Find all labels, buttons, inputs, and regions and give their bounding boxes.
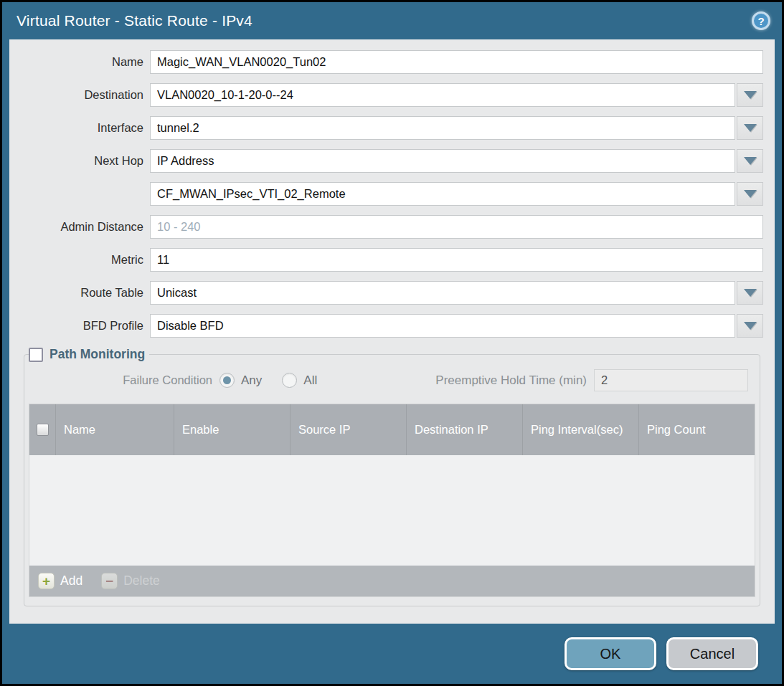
next-hop-type-dropdown-button[interactable] [737,149,763,173]
table-header-source-ip: Source IP [290,404,406,455]
route-table-input[interactable] [150,281,735,305]
destination-label: Destination [9,88,150,102]
failure-condition-all-label: All [303,373,317,388]
table-header-destination-ip: Destination IP [406,404,522,455]
interface-input[interactable] [150,116,735,140]
radio-unselected-icon [282,373,297,388]
delete-button-label: Delete [123,573,160,589]
dialog-titlebar: Virtual Router - Static Route - IPv4 ? [2,2,782,39]
failure-condition-all-radio[interactable]: All [282,373,317,388]
dialog-content: Name Destination Interface Next Hop [9,39,775,624]
cancel-button[interactable]: Cancel [666,637,758,670]
table-header-row: Name Enable Source IP Destination IP Pin… [29,404,755,455]
form-row-metric: Metric [9,248,763,272]
table-header-enable: Enable [174,404,290,455]
help-icon[interactable]: ? [752,11,770,30]
chevron-down-icon [744,190,757,198]
path-monitoring-checkbox[interactable] [29,348,43,362]
failure-condition-row: Failure Condition Any All Preemptive Hol… [29,369,755,391]
admin-distance-input[interactable] [150,215,763,239]
path-monitoring-legend: Path Monitoring [29,347,149,362]
path-monitoring-title: Path Monitoring [49,347,145,362]
add-button-label: Add [60,573,82,589]
admin-distance-label: Admin Distance [9,220,150,234]
chevron-down-icon [744,157,757,165]
chevron-down-icon [744,91,757,99]
route-table-label: Route Table [9,286,150,300]
bfd-profile-dropdown-button[interactable] [737,314,763,338]
form-row-next-hop: Next Hop [9,149,763,173]
chevron-down-icon [744,124,757,132]
select-all-checkbox[interactable] [37,424,49,436]
form-row-interface: Interface [9,116,763,140]
name-input[interactable] [150,50,763,74]
next-hop-type-input[interactable] [150,149,735,173]
table-header-ping-count: Ping Count [638,404,755,455]
add-button[interactable]: + Add [38,573,82,589]
table-header-select [29,404,55,455]
failure-condition-label: Failure Condition [29,373,219,387]
ok-button[interactable]: OK [565,637,656,670]
plus-icon: + [38,573,55,589]
interface-dropdown-button[interactable] [737,116,763,140]
table-header-name: Name [55,404,174,455]
dialog-footer: OK Cancel [2,624,782,684]
minus-icon: − [101,573,118,589]
form-row-bfd-profile: BFD Profile [9,314,763,338]
form-row-name: Name [9,50,763,74]
failure-condition-any-label: Any [241,373,262,388]
static-route-form: Name Destination Interface Next Hop [9,50,775,338]
bfd-profile-label: BFD Profile [9,319,150,333]
next-hop-address-input[interactable] [150,182,735,206]
table-body-empty [29,455,755,566]
preemptive-hold-time-label: Preemptive Hold Time (min) [435,373,594,388]
bfd-profile-input[interactable] [150,314,735,338]
metric-label: Metric [9,253,150,267]
route-table-dropdown-button[interactable] [737,281,763,305]
chevron-down-icon [744,289,757,297]
metric-input[interactable] [150,248,763,272]
next-hop-label: Next Hop [9,154,150,168]
failure-condition-any-radio[interactable]: Any [219,373,262,388]
form-row-admin-distance: Admin Distance [9,215,763,239]
form-row-next-hop-address [9,182,763,206]
static-route-dialog: Virtual Router - Static Route - IPv4 ? N… [0,0,784,686]
path-monitoring-table: Name Enable Source IP Destination IP Pin… [29,404,755,597]
table-footer-toolbar: + Add − Delete [29,566,755,596]
destination-dropdown-button[interactable] [737,83,763,107]
delete-button[interactable]: − Delete [101,573,160,589]
name-label: Name [9,55,150,69]
next-hop-address-dropdown-button[interactable] [737,182,763,206]
radio-selected-icon [219,373,235,388]
preemptive-hold-time-input[interactable] [594,369,748,391]
interface-label: Interface [9,121,150,135]
form-row-route-table: Route Table [9,281,763,305]
table-header-ping-interval: Ping Interval(sec) [522,404,638,455]
form-row-destination: Destination [9,83,763,107]
destination-input[interactable] [150,83,735,107]
dialog-title: Virtual Router - Static Route - IPv4 [16,12,252,29]
chevron-down-icon [744,322,757,330]
path-monitoring-section: Path Monitoring Failure Condition Any Al… [24,347,760,606]
